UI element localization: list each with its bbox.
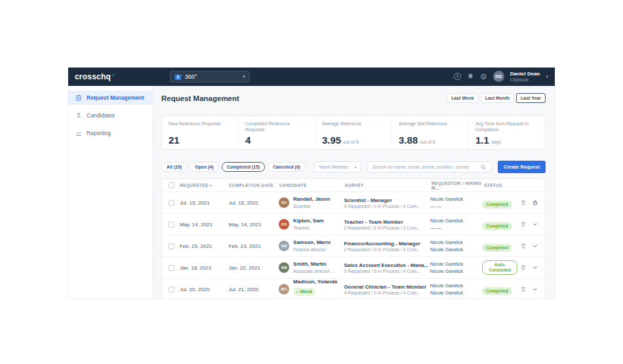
stat-suffix: out of 5 (420, 140, 435, 144)
table-row[interactable]: Feb. 23, 2021 Feb. 23, 2021 SM Samson, M… (162, 235, 545, 257)
topbar-actions: ? ⚙ DD Daniel Dean Cityblock ▾ (454, 71, 548, 82)
survey-name: Scientist - Manager (344, 197, 430, 204)
survey-detail: 2 Requested / 0 In Process / 2 Com... (344, 247, 430, 252)
stat-avg-time-to-completion: Avg Time from Request to Completion 1.1d… (469, 116, 545, 149)
column-header-survey[interactable]: SURVEY (345, 183, 432, 188)
chevron-down-icon: ▾ (355, 165, 357, 169)
time-filter-group: Last Week Last Month Last Year (447, 93, 546, 103)
sidebar-item-request-management[interactable]: Request Management (68, 91, 152, 105)
stat-label: Completed Reference Requests (245, 121, 308, 132)
time-filter-last-week[interactable]: Last Week (447, 93, 479, 103)
completion-date: May. 14, 2021 (228, 222, 279, 228)
top-navbar: crosschq✓ 360° ▾ ? ⚙ DD Daniel Dean City… (68, 68, 555, 86)
column-header-candidate[interactable]: CANDIDATE (279, 183, 345, 188)
create-request-button[interactable]: Create Request (498, 161, 546, 173)
gear-icon[interactable]: ⚙ (480, 73, 487, 81)
candidate-avatar: KS (279, 219, 289, 230)
hiring-manager-name: Nicole Garelick (430, 268, 483, 275)
completion-date: Jan. 22, 2021 (228, 265, 279, 271)
survey-name: Teacher - Team Member (344, 218, 430, 226)
table-header-row: REQUESTED▾ COMPLETION DATE CANDIDATE SUR… (162, 179, 545, 192)
candidate-avatar: SM (279, 262, 289, 273)
requestor-name: Nicole Garelick (430, 260, 483, 268)
screenshot-canvas: crosschq✓ 360° ▾ ? ⚙ DD Daniel Dean City… (0, 0, 623, 364)
table-row[interactable]: Jan. 18, 2021 Jan. 22, 2021 SM Smith, Ma… (162, 257, 545, 279)
help-icon[interactable]: ? (454, 73, 461, 80)
sidebar-item-reporting[interactable]: Reporting (68, 126, 152, 140)
candidate-title: Hired (293, 288, 315, 296)
status-tab-open[interactable]: Open (4) (190, 162, 218, 172)
row-checkbox[interactable] (169, 243, 174, 249)
team-member-dropdown[interactable]: Team Member ▾ (314, 161, 361, 172)
hiring-manager-name: Nicole Garelick (430, 246, 483, 253)
sidebar-item-label: Reporting (87, 130, 111, 136)
trash-icon[interactable] (520, 221, 527, 228)
requests-table: REQUESTED▾ COMPLETION DATE CANDIDATE SUR… (161, 178, 546, 298)
user-company: Cityblock (510, 77, 540, 83)
row-checkbox[interactable] (169, 287, 174, 293)
status-tab-all[interactable]: All (19) (161, 162, 187, 172)
stat-value: 4 (245, 135, 251, 145)
survey-detail: 2 Requested / 2 In Process / 2 Com... (344, 226, 430, 230)
survey-detail: 4 Requested / 0 In Process / 4 Com... (344, 291, 430, 295)
candidate-title: Scientist (293, 203, 330, 209)
chevron-down-icon[interactable] (532, 221, 538, 228)
user-menu[interactable]: Daniel Dean Cityblock (510, 71, 540, 82)
search-input[interactable] (372, 165, 480, 169)
trash-icon[interactable] (520, 199, 527, 206)
trash-icon[interactable] (520, 286, 527, 293)
requestor-name: Nicole Garelick (430, 217, 483, 224)
clipboard-icon (75, 94, 82, 101)
candidate-avatar: RJ (279, 197, 289, 208)
candidate-name: Madison, Yolanda (293, 279, 337, 285)
select-all-checkbox[interactable] (169, 182, 174, 188)
row-checkbox[interactable] (169, 200, 174, 206)
sidebar-item-candidates[interactable]: Candidates (68, 108, 152, 123)
row-checkbox[interactable] (169, 222, 174, 228)
table-row[interactable]: Jul. 15, 2021 Jul. 15, 2021 RJ Randall, … (162, 192, 545, 214)
row-checkbox[interactable] (169, 265, 174, 271)
user-name: Daniel Dean (510, 71, 540, 77)
column-header-completion-date[interactable]: COMPLETION DATE (229, 183, 279, 188)
column-header-requestor[interactable]: REQUESTOR / HIRING M... (432, 181, 484, 190)
candidate-name: Samson, Marni (293, 239, 331, 246)
status-badge: Completed (482, 201, 512, 209)
lock-icon[interactable] (532, 199, 538, 206)
app-logo[interactable]: crosschq✓ (75, 72, 116, 81)
time-filter-last-year[interactable]: Last Year (516, 93, 546, 103)
column-header-requested[interactable]: REQUESTED▾ (180, 183, 229, 188)
column-header-status[interactable]: STATUS (484, 183, 522, 188)
status-badge: Completed (482, 222, 512, 230)
chevron-down-icon[interactable] (532, 286, 538, 293)
survey-name: Finance/Accounting - Manager (344, 240, 430, 247)
table-row[interactable]: May. 14, 2021 May. 14, 2021 KS Kipton, S… (162, 214, 545, 235)
status-tab-completed[interactable]: Completed (15) (222, 162, 266, 172)
candidate-title: Finance director (293, 247, 331, 253)
chevron-down-icon[interactable]: ▾ (546, 74, 548, 79)
hiring-manager-name: Nicole Garelick (430, 289, 483, 296)
requestor-name: Nicole Garelick (430, 282, 483, 289)
search-box (367, 161, 492, 172)
stat-value: 21 (169, 135, 180, 145)
time-filter-last-month[interactable]: Last Month (481, 93, 514, 103)
requested-date: Jul. 20, 2020 (180, 287, 229, 293)
table-row[interactable]: Jul. 20, 2020 Jul. 21, 2020 MY Madison, … (162, 279, 545, 298)
stat-value: 1.1 (475, 135, 489, 145)
stat-label: Average Reference (322, 121, 385, 127)
notifications-bell-icon[interactable] (467, 73, 474, 80)
product-selector[interactable]: 360° ▾ (170, 71, 250, 83)
trash-icon[interactable] (520, 243, 527, 249)
trash-icon[interactable] (520, 264, 527, 271)
chevron-down-icon: ▾ (243, 74, 245, 79)
stat-value: 3.88 (399, 135, 418, 145)
chevron-down-icon[interactable] (532, 243, 538, 249)
search-icon[interactable] (480, 164, 487, 171)
stat-average-self-reference: Average Self Reference 3.88out of 5 (392, 116, 469, 149)
stat-completed-requests: Completed Reference Requests 4 (239, 116, 315, 149)
sidebar-item-label: Candidates (87, 112, 115, 119)
status-tab-canceled[interactable]: Canceled (0) (268, 162, 306, 172)
sidebar: Request Management Candidates Reporting (68, 86, 153, 298)
user-avatar[interactable]: DD (493, 71, 504, 82)
completion-date: Jul. 15, 2021 (228, 200, 279, 206)
chevron-down-icon[interactable] (532, 264, 538, 271)
